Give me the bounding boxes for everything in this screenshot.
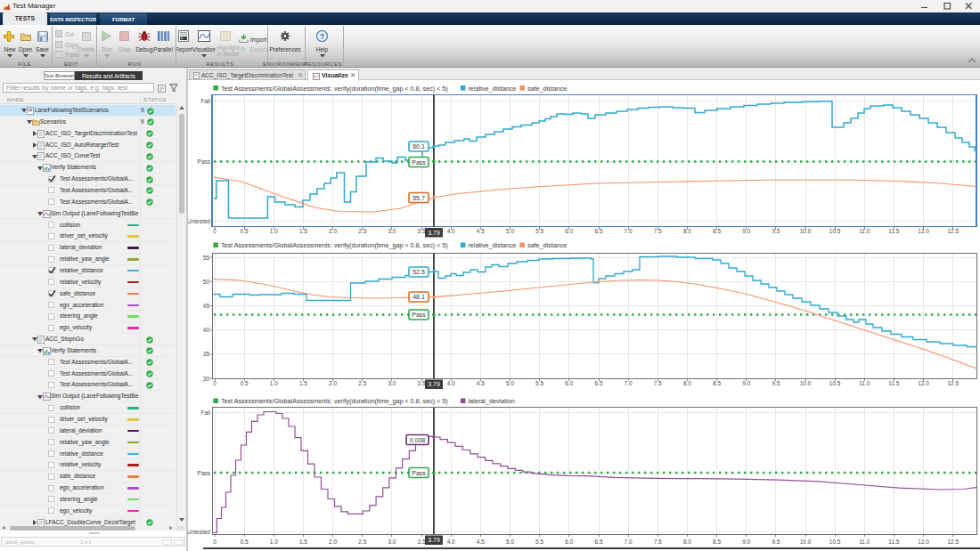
svg-text:6.5: 6.5 (594, 380, 602, 386)
svg-text:Pass: Pass (412, 159, 426, 166)
svg-text:3.5: 3.5 (417, 228, 425, 234)
svg-text:4.0: 4.0 (447, 539, 455, 545)
svg-text:Pass: Pass (198, 470, 211, 476)
svg-text:0.5: 0.5 (241, 228, 249, 234)
svg-text:2.0: 2.0 (329, 228, 337, 234)
svg-text:1.0: 1.0 (270, 228, 278, 234)
svg-text:50: 50 (203, 279, 210, 285)
svg-text:8.0: 8.0 (683, 228, 691, 234)
svg-text:7.5: 7.5 (654, 539, 662, 545)
svg-text:3.0: 3.0 (388, 380, 396, 386)
svg-text:safe_distance: safe_distance (527, 85, 567, 93)
svg-text:2.5: 2.5 (358, 380, 366, 386)
svg-text:12.5: 12.5 (947, 380, 959, 386)
svg-text:2.5: 2.5 (358, 539, 366, 545)
svg-text:10.0: 10.0 (800, 228, 812, 234)
svg-text:0.008: 0.008 (410, 437, 426, 443)
svg-text:60.1: 60.1 (412, 143, 425, 150)
svg-text:4.0: 4.0 (447, 380, 455, 386)
svg-text:8.5: 8.5 (713, 228, 721, 234)
svg-text:Fail: Fail (201, 409, 211, 416)
svg-text:7.0: 7.0 (625, 539, 633, 545)
svg-text:45: 45 (203, 303, 210, 309)
svg-text:8.5: 8.5 (713, 539, 721, 545)
svg-text:3.79: 3.79 (428, 230, 440, 236)
svg-text:10.5: 10.5 (829, 228, 841, 234)
svg-text:5.5: 5.5 (535, 380, 543, 386)
svg-text:3.79: 3.79 (428, 537, 440, 543)
svg-text:9.5: 9.5 (772, 228, 780, 234)
svg-text:11.5: 11.5 (888, 539, 900, 545)
svg-text:5.0: 5.0 (506, 228, 514, 234)
svg-text:Fail: Fail (201, 98, 211, 104)
svg-text:55: 55 (203, 255, 210, 261)
svg-text:Test Assessments/GlobalAssessm: Test Assessments/GlobalAssessments: veri… (221, 397, 448, 405)
svg-text:11.5: 11.5 (888, 228, 900, 234)
svg-text:lateral_deviation: lateral_deviation (468, 397, 514, 405)
svg-text:0: 0 (213, 539, 216, 545)
svg-text:0: 0 (213, 380, 216, 386)
svg-text:6.0: 6.0 (565, 380, 573, 386)
svg-text:3.5: 3.5 (417, 380, 425, 386)
svg-text:9.5: 9.5 (772, 539, 780, 545)
svg-text:6.5: 6.5 (594, 228, 602, 234)
svg-text:8.0: 8.0 (683, 539, 691, 545)
svg-text:5.0: 5.0 (506, 539, 514, 545)
svg-text:1.0: 1.0 (270, 539, 278, 545)
svg-text:0: 0 (213, 228, 216, 234)
svg-text:30: 30 (203, 376, 210, 382)
svg-text:3.0: 3.0 (388, 539, 396, 545)
svg-text:35: 35 (203, 351, 210, 357)
svg-text:0.5: 0.5 (241, 380, 249, 386)
svg-text:4.5: 4.5 (477, 380, 485, 386)
svg-text:12.0: 12.0 (918, 228, 929, 234)
svg-text:Test Assessments/GlobalAssessm: Test Assessments/GlobalAssessments: veri… (221, 85, 448, 93)
svg-text:7.5: 7.5 (654, 380, 662, 386)
svg-text:3.5: 3.5 (417, 539, 425, 545)
svg-text:2.0: 2.0 (329, 539, 337, 545)
svg-text:4.0: 4.0 (447, 228, 455, 234)
svg-text:11.5: 11.5 (888, 380, 900, 386)
svg-text:8.0: 8.0 (683, 380, 691, 386)
svg-text:9.5: 9.5 (772, 380, 780, 386)
svg-text:Untested: Untested (188, 218, 210, 224)
svg-text:safe_distance: safe_distance (527, 241, 567, 249)
svg-text:8.5: 8.5 (713, 380, 721, 386)
svg-text:0.5: 0.5 (241, 539, 249, 545)
svg-text:7.5: 7.5 (654, 228, 662, 234)
svg-text:3.79: 3.79 (428, 381, 440, 387)
svg-text:3.0: 3.0 (388, 228, 396, 234)
svg-text:9.0: 9.0 (742, 539, 750, 545)
svg-text:1.0: 1.0 (270, 380, 278, 386)
svg-text:5.0: 5.0 (506, 380, 514, 386)
svg-text:relative_distance: relative_distance (468, 85, 516, 93)
svg-text:relative_distance: relative_distance (468, 241, 516, 249)
svg-text:52.5: 52.5 (412, 269, 425, 275)
svg-text:6.5: 6.5 (594, 539, 602, 545)
svg-text:12.5: 12.5 (947, 539, 959, 545)
svg-text:11.0: 11.0 (859, 380, 870, 386)
svg-text:6.0: 6.0 (565, 539, 573, 545)
svg-text:Pass: Pass (412, 470, 426, 476)
svg-text:2.0: 2.0 (329, 380, 337, 386)
svg-text:10.5: 10.5 (829, 380, 841, 386)
svg-text:11.0: 11.0 (859, 539, 870, 545)
svg-text:7.0: 7.0 (625, 380, 633, 386)
svg-text:Test Assessments/GlobalAssessm: Test Assessments/GlobalAssessments: veri… (221, 241, 448, 249)
svg-text:10.0: 10.0 (800, 380, 812, 386)
svg-text:5.5: 5.5 (535, 539, 543, 545)
svg-text:40: 40 (203, 327, 210, 333)
svg-text:?: ? (320, 32, 325, 41)
svg-text:11.0: 11.0 (859, 228, 870, 234)
svg-text:Pass: Pass (412, 312, 426, 318)
svg-text:12.5: 12.5 (947, 228, 959, 234)
svg-text:12.0: 12.0 (918, 380, 929, 386)
svg-text:6.0: 6.0 (565, 228, 573, 234)
svg-text:Pass: Pass (198, 158, 211, 165)
svg-text:1.5: 1.5 (299, 539, 307, 545)
svg-text:55.7: 55.7 (412, 195, 425, 201)
svg-text:9.0: 9.0 (742, 380, 750, 386)
svg-text:4.5: 4.5 (477, 228, 485, 234)
svg-text:1.5: 1.5 (299, 228, 307, 234)
svg-text:10.0: 10.0 (800, 539, 812, 545)
